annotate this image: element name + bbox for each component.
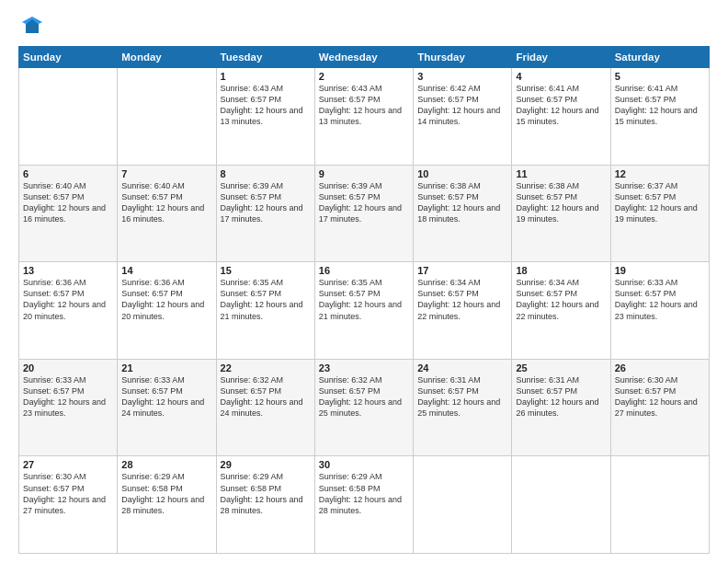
day-number: 21 [121, 362, 211, 373]
day-number: 8 [221, 168, 311, 179]
calendar-header-friday: Friday [512, 47, 610, 68]
day-info: Sunrise: 6:38 AM Sunset: 6:57 PM Dayligh… [417, 180, 507, 225]
logo [18, 17, 42, 37]
calendar-cell: 18Sunrise: 6:34 AM Sunset: 6:57 PM Dayli… [512, 262, 610, 360]
day-info: Sunrise: 6:36 AM Sunset: 6:57 PM Dayligh… [121, 277, 211, 322]
calendar-cell: 23Sunrise: 6:32 AM Sunset: 6:57 PM Dayli… [314, 359, 413, 456]
day-info: Sunrise: 6:33 AM Sunset: 6:57 PM Dayligh… [615, 277, 705, 322]
calendar-table: SundayMondayTuesdayWednesdayThursdayFrid… [18, 46, 710, 554]
day-number: 26 [615, 362, 705, 373]
calendar-cell: 10Sunrise: 6:38 AM Sunset: 6:57 PM Dayli… [414, 165, 512, 262]
calendar-cell: 7Sunrise: 6:40 AM Sunset: 6:57 PM Daylig… [118, 165, 216, 262]
day-number: 6 [23, 168, 113, 179]
day-info: Sunrise: 6:40 AM Sunset: 6:57 PM Dayligh… [121, 180, 211, 225]
day-info: Sunrise: 6:43 AM Sunset: 6:57 PM Dayligh… [319, 83, 409, 128]
calendar-cell: 22Sunrise: 6:32 AM Sunset: 6:57 PM Dayli… [216, 359, 314, 456]
calendar-cell: 3Sunrise: 6:42 AM Sunset: 6:57 PM Daylig… [414, 68, 512, 166]
day-info: Sunrise: 6:39 AM Sunset: 6:57 PM Dayligh… [319, 180, 409, 225]
calendar-week-2: 6Sunrise: 6:40 AM Sunset: 6:57 PM Daylig… [19, 165, 710, 262]
calendar-cell: 26Sunrise: 6:30 AM Sunset: 6:57 PM Dayli… [610, 359, 709, 456]
header [18, 17, 710, 37]
calendar-week-1: 1Sunrise: 6:43 AM Sunset: 6:57 PM Daylig… [19, 68, 710, 166]
day-number: 28 [121, 459, 211, 470]
day-number: 2 [319, 71, 409, 82]
day-info: Sunrise: 6:43 AM Sunset: 6:57 PM Dayligh… [221, 83, 311, 128]
calendar-cell: 6Sunrise: 6:40 AM Sunset: 6:57 PM Daylig… [19, 165, 118, 262]
calendar-header-thursday: Thursday [414, 47, 512, 68]
calendar-cell: 20Sunrise: 6:33 AM Sunset: 6:57 PM Dayli… [19, 359, 118, 456]
calendar-cell: 27Sunrise: 6:30 AM Sunset: 6:57 PM Dayli… [19, 456, 118, 554]
day-info: Sunrise: 6:38 AM Sunset: 6:57 PM Dayligh… [516, 180, 606, 225]
day-info: Sunrise: 6:32 AM Sunset: 6:57 PM Dayligh… [319, 374, 409, 419]
calendar-header-tuesday: Tuesday [216, 47, 314, 68]
day-number: 12 [615, 168, 705, 179]
day-number: 3 [417, 71, 507, 82]
day-number: 10 [417, 168, 507, 179]
calendar-cell: 21Sunrise: 6:33 AM Sunset: 6:57 PM Dayli… [118, 359, 216, 456]
day-info: Sunrise: 6:33 AM Sunset: 6:57 PM Dayligh… [121, 374, 211, 419]
calendar-cell [118, 68, 216, 166]
day-info: Sunrise: 6:35 AM Sunset: 6:57 PM Dayligh… [221, 277, 311, 322]
day-info: Sunrise: 6:39 AM Sunset: 6:57 PM Dayligh… [221, 180, 311, 225]
calendar-cell [414, 456, 512, 554]
day-info: Sunrise: 6:33 AM Sunset: 6:57 PM Dayligh… [23, 374, 113, 419]
day-number: 15 [221, 265, 311, 276]
calendar-header-monday: Monday [118, 47, 216, 68]
day-info: Sunrise: 6:42 AM Sunset: 6:57 PM Dayligh… [417, 83, 507, 128]
calendar-header-saturday: Saturday [610, 47, 709, 68]
calendar-cell: 9Sunrise: 6:39 AM Sunset: 6:57 PM Daylig… [314, 165, 413, 262]
page: SundayMondayTuesdayWednesdayThursdayFrid… [0, 0, 728, 563]
day-number: 23 [319, 362, 409, 373]
day-number: 19 [615, 265, 705, 276]
day-info: Sunrise: 6:41 AM Sunset: 6:57 PM Dayligh… [516, 83, 606, 128]
day-info: Sunrise: 6:29 AM Sunset: 6:58 PM Dayligh… [121, 471, 211, 516]
day-number: 29 [221, 459, 311, 470]
day-number: 7 [121, 168, 211, 179]
calendar-cell [19, 68, 118, 166]
day-info: Sunrise: 6:36 AM Sunset: 6:57 PM Dayligh… [23, 277, 113, 322]
day-info: Sunrise: 6:29 AM Sunset: 6:58 PM Dayligh… [221, 471, 311, 516]
calendar-week-5: 27Sunrise: 6:30 AM Sunset: 6:57 PM Dayli… [19, 456, 710, 554]
day-number: 17 [417, 265, 507, 276]
day-number: 16 [319, 265, 409, 276]
calendar-cell: 25Sunrise: 6:31 AM Sunset: 6:57 PM Dayli… [512, 359, 610, 456]
day-info: Sunrise: 6:40 AM Sunset: 6:57 PM Dayligh… [23, 180, 113, 225]
day-info: Sunrise: 6:32 AM Sunset: 6:57 PM Dayligh… [221, 374, 311, 419]
day-number: 24 [417, 362, 507, 373]
calendar-week-3: 13Sunrise: 6:36 AM Sunset: 6:57 PM Dayli… [19, 262, 710, 360]
day-number: 27 [23, 459, 113, 470]
calendar-cell: 15Sunrise: 6:35 AM Sunset: 6:57 PM Dayli… [216, 262, 314, 360]
day-number: 20 [23, 362, 113, 373]
day-number: 5 [615, 71, 705, 82]
day-number: 11 [516, 168, 606, 179]
day-number: 9 [319, 168, 409, 179]
day-info: Sunrise: 6:34 AM Sunset: 6:57 PM Dayligh… [417, 277, 507, 322]
calendar-cell: 14Sunrise: 6:36 AM Sunset: 6:57 PM Dayli… [118, 262, 216, 360]
day-number: 14 [121, 265, 211, 276]
calendar-cell: 2Sunrise: 6:43 AM Sunset: 6:57 PM Daylig… [314, 68, 413, 166]
calendar-cell [512, 456, 610, 554]
day-info: Sunrise: 6:34 AM Sunset: 6:57 PM Dayligh… [516, 277, 606, 322]
day-number: 18 [516, 265, 606, 276]
day-info: Sunrise: 6:29 AM Sunset: 6:58 PM Dayligh… [319, 471, 409, 516]
day-number: 22 [221, 362, 311, 373]
calendar-cell: 13Sunrise: 6:36 AM Sunset: 6:57 PM Dayli… [19, 262, 118, 360]
calendar-cell: 12Sunrise: 6:37 AM Sunset: 6:57 PM Dayli… [610, 165, 709, 262]
day-info: Sunrise: 6:41 AM Sunset: 6:57 PM Dayligh… [615, 83, 705, 128]
calendar-cell: 17Sunrise: 6:34 AM Sunset: 6:57 PM Dayli… [414, 262, 512, 360]
calendar-cell: 8Sunrise: 6:39 AM Sunset: 6:57 PM Daylig… [216, 165, 314, 262]
day-info: Sunrise: 6:30 AM Sunset: 6:57 PM Dayligh… [23, 471, 113, 516]
calendar-cell: 24Sunrise: 6:31 AM Sunset: 6:57 PM Dayli… [414, 359, 512, 456]
calendar-cell: 19Sunrise: 6:33 AM Sunset: 6:57 PM Dayli… [610, 262, 709, 360]
calendar-week-4: 20Sunrise: 6:33 AM Sunset: 6:57 PM Dayli… [19, 359, 710, 456]
day-info: Sunrise: 6:31 AM Sunset: 6:57 PM Dayligh… [516, 374, 606, 419]
calendar-cell: 28Sunrise: 6:29 AM Sunset: 6:58 PM Dayli… [118, 456, 216, 554]
calendar-header-row: SundayMondayTuesdayWednesdayThursdayFrid… [19, 47, 710, 68]
calendar-cell [610, 456, 709, 554]
calendar-cell: 11Sunrise: 6:38 AM Sunset: 6:57 PM Dayli… [512, 165, 610, 262]
day-info: Sunrise: 6:35 AM Sunset: 6:57 PM Dayligh… [319, 277, 409, 322]
day-number: 1 [221, 71, 311, 82]
calendar-cell: 30Sunrise: 6:29 AM Sunset: 6:58 PM Dayli… [314, 456, 413, 554]
calendar-cell: 1Sunrise: 6:43 AM Sunset: 6:57 PM Daylig… [216, 68, 314, 166]
day-number: 25 [516, 362, 606, 373]
